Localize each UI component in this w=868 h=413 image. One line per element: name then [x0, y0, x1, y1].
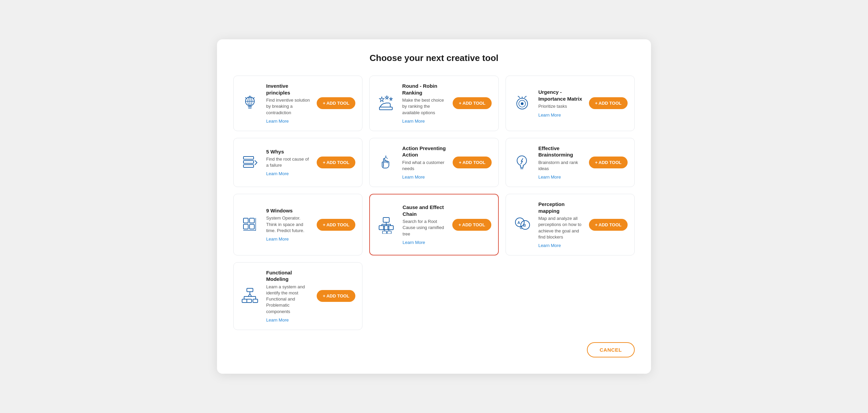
- alarm-target-icon: [511, 92, 533, 114]
- stars-hand-icon: [375, 92, 397, 114]
- tool-card-cause-effect-chain: Cause and Effect ChainSearch for a Root …: [369, 194, 498, 255]
- tool-name-perception-mapping: Perception mapping: [538, 201, 584, 214]
- learn-more-functional-modeling[interactable]: Learn More: [266, 317, 289, 323]
- tool-desc-round-robin-ranking: Make the best choice by ranking the avai…: [402, 97, 447, 116]
- tool-card-inventive-principles: Inventive principlesFind inventive solut…: [233, 76, 362, 131]
- tool-content-perception-mapping: Perception mappingMap and analyze all pe…: [538, 201, 584, 248]
- learn-more-perception-mapping[interactable]: Learn More: [538, 243, 561, 248]
- stop-hand-icon: [375, 151, 397, 173]
- tool-desc-inventive-principles: Find inventive solution by breaking a co…: [266, 97, 311, 116]
- svg-rect-30: [250, 224, 254, 229]
- svg-line-18: [525, 96, 526, 98]
- svg-rect-20: [243, 161, 254, 163]
- svg-rect-45: [387, 231, 391, 234]
- svg-rect-21: [243, 165, 254, 167]
- tool-card-action-preventing-action: Action Preventing ActionFind what a cust…: [369, 138, 498, 187]
- add-tool-button-urgency-importance-matrix[interactable]: + ADD TOOL: [589, 97, 628, 109]
- tool-desc-perception-mapping: Map and analyze all perceptions on how t…: [538, 215, 584, 240]
- svg-rect-19: [243, 157, 254, 159]
- tool-name-effective-brainstorming: Effective Brainstorming: [538, 145, 584, 158]
- tool-card-functional-modeling: Functional ModelingLearn a system and id…: [233, 262, 362, 330]
- lightbulb-world-icon: [239, 92, 261, 114]
- tool-name-action-preventing-action: Action Preventing Action: [402, 145, 447, 158]
- svg-line-23: [384, 157, 386, 159]
- flowchart-icon: [239, 285, 261, 307]
- tool-desc-urgency-importance-matrix: Prioritize tasks: [538, 103, 584, 109]
- add-tool-button-effective-brainstorming[interactable]: + ADD TOOL: [589, 157, 628, 168]
- learn-more-action-preventing-action[interactable]: Learn More: [402, 174, 425, 180]
- modal-title: Choose your next creative tool: [233, 53, 635, 63]
- svg-line-8: [253, 98, 254, 99]
- add-tool-button-inventive-principles[interactable]: + ADD TOOL: [317, 97, 355, 109]
- tool-content-five-whys: 5 WhysFind the root cause of a failureLe…: [266, 148, 311, 177]
- svg-rect-60: [253, 299, 258, 303]
- svg-marker-10: [379, 97, 384, 102]
- chain-boxes-icon: [375, 214, 397, 235]
- tool-name-cause-effect-chain: Cause and Effect Chain: [402, 204, 447, 217]
- tool-content-effective-brainstorming: Effective BrainstormingBrainstorm and ra…: [538, 145, 584, 180]
- svg-rect-29: [243, 224, 248, 229]
- tool-name-inventive-principles: Inventive principles: [266, 83, 311, 96]
- layers-arrow-icon: [239, 151, 261, 173]
- add-tool-button-cause-effect-chain[interactable]: + ADD TOOL: [452, 219, 491, 231]
- tool-name-urgency-importance-matrix: Urgency - Importance Matrix: [538, 89, 584, 102]
- svg-rect-27: [243, 218, 248, 223]
- tool-content-nine-windows: 9 WindowsSystem Operator. Think in space…: [266, 207, 311, 242]
- cancel-button[interactable]: CANCEL: [587, 342, 635, 357]
- tool-name-round-robin-ranking: Round - Robin Ranking: [402, 83, 447, 96]
- tool-name-five-whys: 5 Whys: [266, 148, 311, 155]
- svg-line-7: [245, 98, 246, 99]
- choose-tool-modal: Choose your next creative tool Inventive…: [217, 39, 651, 374]
- learn-more-urgency-importance-matrix[interactable]: Learn More: [538, 112, 561, 118]
- modal-footer: CANCEL: [233, 342, 635, 357]
- learn-more-effective-brainstorming[interactable]: Learn More: [538, 174, 561, 180]
- tool-name-nine-windows: 9 Windows: [266, 207, 311, 214]
- add-tool-button-round-robin-ranking[interactable]: + ADD TOOL: [453, 97, 491, 109]
- add-tool-button-nine-windows[interactable]: + ADD TOOL: [317, 219, 355, 231]
- svg-rect-28: [250, 218, 254, 223]
- tool-card-effective-brainstorming: Effective BrainstormingBrainstorm and ra…: [506, 138, 635, 187]
- svg-marker-53: [248, 294, 252, 296]
- learn-more-cause-effect-chain[interactable]: Learn More: [402, 240, 425, 245]
- tools-grid: Inventive principlesFind inventive solut…: [233, 76, 635, 330]
- svg-rect-51: [247, 288, 253, 292]
- svg-rect-59: [247, 299, 252, 303]
- add-tool-button-five-whys[interactable]: + ADD TOOL: [317, 157, 355, 168]
- learn-more-inventive-principles[interactable]: Learn More: [266, 119, 289, 124]
- tool-card-urgency-importance-matrix: Urgency - Importance MatrixPrioritize ta…: [506, 76, 635, 131]
- svg-point-15: [521, 102, 524, 105]
- abc-circle-icon: A B C: [511, 214, 533, 235]
- svg-marker-11: [385, 96, 389, 99]
- tool-desc-cause-effect-chain: Search for a Root Cause using ramified t…: [402, 219, 447, 237]
- add-tool-button-action-preventing-action[interactable]: + ADD TOOL: [453, 157, 491, 168]
- tool-card-round-robin-ranking: Round - Robin RankingMake the best choic…: [369, 76, 498, 131]
- brain-lightning-icon: [511, 151, 533, 173]
- tool-card-five-whys: 5 WhysFind the root cause of a failureLe…: [233, 138, 362, 187]
- svg-marker-12: [390, 98, 392, 100]
- svg-line-17: [518, 96, 520, 98]
- tool-desc-action-preventing-action: Find what a customer needs: [402, 160, 447, 172]
- svg-line-24: [386, 157, 388, 159]
- add-tool-button-functional-modeling[interactable]: + ADD TOOL: [317, 290, 355, 302]
- tool-content-urgency-importance-matrix: Urgency - Importance MatrixPrioritize ta…: [538, 89, 584, 118]
- tool-content-action-preventing-action: Action Preventing ActionFind what a cust…: [402, 145, 447, 180]
- svg-rect-44: [382, 231, 387, 234]
- svg-rect-58: [242, 299, 247, 303]
- tool-card-nine-windows: 9 WindowsSystem Operator. Think in space…: [233, 194, 362, 255]
- svg-rect-33: [383, 218, 389, 222]
- svg-text:A: A: [517, 221, 520, 225]
- tool-desc-nine-windows: System Operator. Think in space and time…: [266, 215, 311, 234]
- add-tool-button-perception-mapping[interactable]: + ADD TOOL: [589, 219, 628, 231]
- tool-content-inventive-principles: Inventive principlesFind inventive solut…: [266, 83, 311, 124]
- tool-desc-effective-brainstorming: Brainstorm and rank ideas: [538, 160, 584, 172]
- learn-more-nine-windows[interactable]: Learn More: [266, 236, 289, 242]
- tool-name-functional-modeling: Functional Modeling: [266, 269, 311, 283]
- learn-more-five-whys[interactable]: Learn More: [266, 171, 289, 176]
- svg-text:C: C: [520, 226, 522, 230]
- svg-rect-9: [379, 107, 392, 110]
- tool-content-functional-modeling: Functional ModelingLearn a system and id…: [266, 269, 311, 323]
- grid-windows-icon: [239, 214, 261, 235]
- learn-more-round-robin-ranking[interactable]: Learn More: [402, 119, 425, 124]
- tool-content-cause-effect-chain: Cause and Effect ChainSearch for a Root …: [402, 204, 447, 245]
- svg-text:B: B: [523, 223, 526, 227]
